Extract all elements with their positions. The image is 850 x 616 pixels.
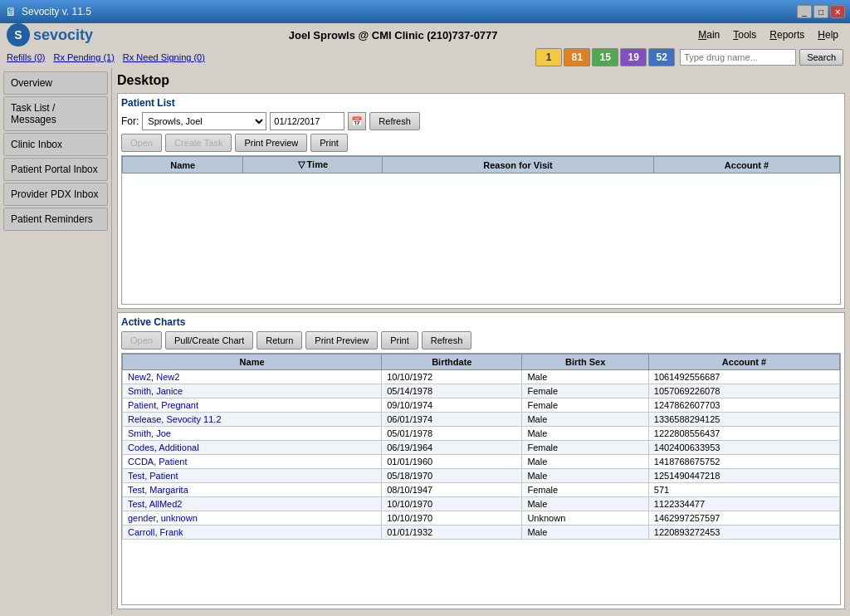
table-row[interactable]: CCDA, Patient 01/01/1960 Male 1418768675… [123,455,840,469]
badge-4[interactable]: 19 [620,48,647,66]
table-row[interactable]: Smith, Joe 05/01/1978 Male 1222808556437 [123,427,840,441]
ac-birthdate-cell: 10/10/1970 [382,497,522,511]
maximize-button[interactable]: □ [813,5,828,18]
create-task-button[interactable]: Create Task [165,134,232,152]
ac-account-cell: 1220893272453 [648,526,839,540]
for-label: For: [121,115,139,127]
sidebar-label-providerpdx: Provider PDX Inbox [11,188,98,200]
table-row[interactable]: Test, Margarita 08/10/1947 Female 571 [123,483,840,497]
ac-col-name: Name [123,354,382,370]
ac-sex-cell: Male [522,455,648,469]
minimize-button[interactable]: _ [797,5,812,18]
ac-sex-cell: Female [522,398,648,413]
patient-list-print-button[interactable]: Print [310,134,348,152]
ac-name-cell[interactable]: Test, AllMed2 [123,497,382,511]
top-right: Main Tools Reports Help [693,27,843,42]
active-charts-print-preview-button[interactable]: Print Preview [305,331,378,350]
ac-name-cell[interactable]: Carroll, Frank [123,526,382,540]
sidebar-item-overview[interactable]: Overview [3,71,108,95]
ac-sex-cell: Female [522,384,648,398]
rx-pending-link[interactable]: Rx Pending (1) [53,52,114,62]
active-charts-section: Active Charts Open Pull/Create Chart Ret… [117,312,845,609]
drug-search-button[interactable]: Search [799,49,843,66]
ac-name-cell[interactable]: New2, New2 [123,370,382,384]
logo-area: S sevocity [7,23,93,46]
table-row[interactable]: Carroll, Frank 01/01/1932 Male 122089327… [123,526,840,540]
badge-2[interactable]: 81 [564,48,590,66]
menu-tools[interactable]: Tools [728,27,761,42]
ac-name-cell[interactable]: gender, unknown [123,511,382,526]
title-bar: 🖥 Sevocity v. 11.5 _ □ ✕ [0,0,850,23]
patient-select[interactable]: Sprowls, Joel [142,112,266,130]
ac-account-cell: 1057069226078 [648,384,839,398]
patient-list-section: Patient List For: Sprowls, Joel 📅 Refres… [117,93,845,309]
pull-create-chart-button[interactable]: Pull/Create Chart [165,331,253,350]
table-row[interactable]: gender, unknown 10/10/1970 Unknown 14629… [123,511,840,526]
ac-birthdate-cell: 10/10/1970 [382,511,522,526]
table-row[interactable]: Test, Patient 05/18/1970 Male 1251490447… [123,469,840,483]
ac-account-cell: 1418768675752 [648,455,839,469]
sidebar-item-providerpdx[interactable]: Provider PDX Inbox [3,183,108,206]
patient-list-print-preview-button[interactable]: Print Preview [235,134,307,152]
ac-birthdate-cell: 01/01/1960 [382,455,522,469]
ac-sex-cell: Male [522,427,648,441]
ac-name-cell[interactable]: Smith, Janice [123,384,382,398]
ac-name-cell[interactable]: Release, Sevocity 11.2 [123,413,382,427]
badges-and-search: 1 81 15 19 52 Search [535,48,843,66]
ac-name-cell[interactable]: Codes, Additional [123,441,382,455]
sidebar: Overview Task List / Messages Clinic Inb… [0,68,112,614]
badge-5[interactable]: 52 [648,48,675,66]
sidebar-item-clinicinbox[interactable]: Clinic Inbox [3,133,108,156]
refills-link[interactable]: Refills (0) [7,52,45,62]
menu-reports[interactable]: Reports [765,27,809,42]
rx-signing-link[interactable]: Rx Need Signing (0) [123,52,205,62]
ac-birthdate-cell: 01/01/1932 [382,526,522,540]
ac-name-cell[interactable]: Test, Patient [123,469,382,483]
patient-list-open-button[interactable]: Open [121,134,162,152]
menu-main[interactable]: Main [693,27,725,42]
ac-name-cell[interactable]: Patient, Pregnant [123,398,382,413]
active-charts-refresh-button[interactable]: Refresh [422,331,472,350]
patient-list-title: Patient List [121,97,841,109]
badge-3[interactable]: 15 [592,48,618,66]
active-charts-toolbar: Open Pull/Create Chart Return Print Prev… [121,331,841,350]
table-row[interactable]: Smith, Janice 05/14/1978 Female 10570692… [123,384,840,398]
table-row[interactable]: Codes, Additional 06/19/1964 Female 1402… [123,441,840,455]
table-row[interactable]: Patient, Pregnant 09/10/1974 Female 1247… [123,398,840,413]
sidebar-item-tasklist[interactable]: Task List / Messages [3,96,108,131]
return-button[interactable]: Return [256,331,302,350]
table-row[interactable]: New2, New2 10/10/1972 Male 1061492556687 [123,370,840,384]
active-charts-table: Name Birthdate Birth Sex Account # New2,… [122,354,840,540]
ac-name-cell[interactable]: Test, Margarita [123,483,382,497]
ac-sex-cell: Male [522,413,648,427]
ac-sex-cell: Male [522,526,648,540]
menu-help[interactable]: Help [813,27,843,42]
ac-birthdate-cell: 06/01/1974 [382,413,522,427]
sidebar-label-patientreminders: Patient Reminders [11,213,93,225]
calendar-button[interactable]: 📅 [348,112,366,130]
top-menu-row: S sevocity Joel Sprowls @ CMI Clinic (21… [0,23,850,46]
close-button[interactable]: ✕ [830,5,845,18]
ac-name-cell[interactable]: CCDA, Patient [123,455,382,469]
ac-birthdate-cell: 09/10/1974 [382,398,522,413]
ac-account-cell: 1247862607703 [648,398,839,413]
ac-birthdate-cell: 06/19/1964 [382,441,522,455]
table-row[interactable]: Release, Sevocity 11.2 06/01/1974 Male 1… [123,413,840,427]
badge-1[interactable]: 1 [535,48,562,66]
active-charts-open-button[interactable]: Open [121,331,162,350]
table-row[interactable]: Test, AllMed2 10/10/1970 Male 1122334477 [123,497,840,511]
bottom-header-row: Refills (0) Rx Pending (1) Rx Need Signi… [0,46,850,68]
ac-account-cell: 1251490447218 [648,469,839,483]
date-input[interactable] [270,112,344,130]
ac-sex-cell: Unknown [522,511,648,526]
ac-account-cell: 1122334477 [648,497,839,511]
ac-col-sex: Birth Sex [522,354,648,370]
drug-search-input[interactable] [680,49,796,66]
ac-account-cell: 1222808556437 [648,427,839,441]
active-charts-print-button[interactable]: Print [381,331,418,350]
ac-name-cell[interactable]: Smith, Joe [123,427,382,441]
sidebar-item-patientreminders[interactable]: Patient Reminders [3,208,108,231]
sidebar-item-patientportal[interactable]: Patient Portal Inbox [3,158,108,181]
patient-list-refresh-button[interactable]: Refresh [369,112,420,130]
full-header: S sevocity Joel Sprowls @ CMI Clinic (21… [0,23,850,68]
